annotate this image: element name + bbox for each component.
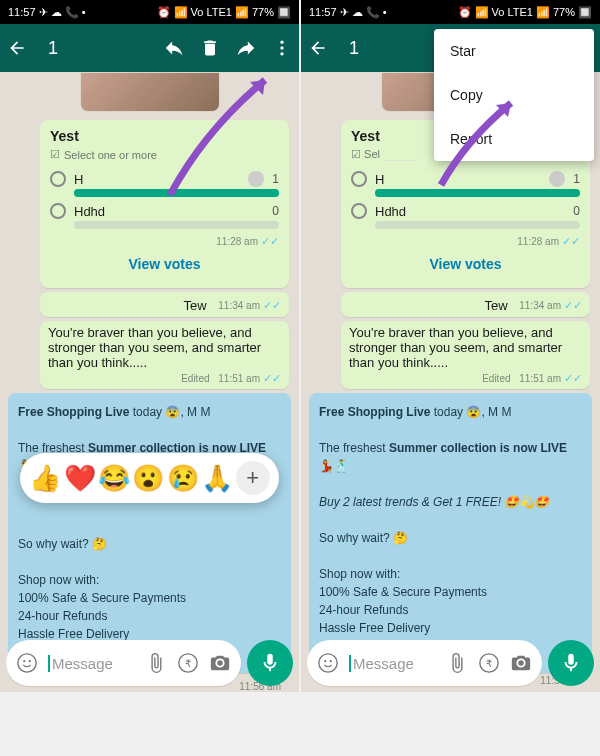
context-menu: Star Copy Report (434, 29, 594, 161)
message[interactable]: You're braver than you believe, and stro… (341, 321, 590, 389)
message[interactable]: Tew 11:34 am✓✓ (40, 292, 289, 317)
attach-icon[interactable] (145, 652, 167, 674)
status-bar: 11:57 ✈ ☁ 📞 • ⏰ 📶 Vo LTE1📶 77% 🔲 (0, 0, 299, 24)
more-icon[interactable] (271, 37, 293, 59)
svg-point-9 (324, 660, 326, 662)
radio-icon[interactable] (50, 171, 66, 187)
image-message[interactable] (80, 72, 220, 112)
svg-text:₹: ₹ (486, 658, 492, 669)
svg-point-2 (280, 52, 283, 55)
svg-point-4 (23, 660, 25, 662)
emoji-more[interactable]: + (236, 461, 270, 495)
reply-icon[interactable] (163, 37, 185, 59)
rupee-icon[interactable]: ₹ (478, 652, 500, 674)
menu-copy[interactable]: Copy (434, 73, 594, 117)
view-votes-button[interactable]: View votes (50, 248, 279, 280)
message[interactable]: Tew 11:34 am✓✓ (341, 292, 590, 317)
selection-action-bar: 1 (0, 24, 299, 72)
poll-bar (74, 189, 279, 197)
emoji-wow[interactable]: 😮 (132, 463, 164, 494)
delete-icon[interactable] (199, 37, 221, 59)
attach-icon[interactable] (446, 652, 468, 674)
message[interactable]: You're braver than you believe, and stro… (40, 321, 289, 389)
avatar (248, 171, 264, 187)
emoji-heart[interactable]: ❤️ (64, 463, 96, 494)
svg-point-3 (18, 654, 36, 672)
emoji-thumbsup[interactable]: 👍 (29, 463, 61, 494)
svg-point-1 (280, 46, 283, 49)
back-icon[interactable] (307, 37, 329, 59)
radio-icon[interactable] (50, 203, 66, 219)
poll-option[interactable]: H 1 (50, 171, 279, 187)
forward-icon[interactable] (235, 37, 257, 59)
selected-message[interactable]: Free Shopping Live today 😨, M M The fres… (309, 393, 592, 673)
clock: 11:57 (8, 6, 36, 18)
svg-point-0 (280, 41, 283, 44)
emoji-icon[interactable] (16, 652, 38, 674)
selection-count: 1 (48, 38, 149, 59)
reaction-bar: 👍 ❤️ 😂 😮 😢 🙏 + (20, 453, 279, 503)
poll-message[interactable]: Yest ☑ Select one or more H 1 Hdhd 0 11:… (40, 120, 289, 288)
input-bar: Message ₹ (6, 640, 293, 686)
message-input[interactable]: Message (48, 655, 135, 672)
poll-bar (74, 221, 279, 229)
rupee-icon[interactable]: ₹ (177, 652, 199, 674)
status-bar: 11:57✈ ☁ 📞 • ⏰ 📶 Vo LTE1📶77%🔲 (301, 0, 600, 24)
camera-icon[interactable] (510, 652, 532, 674)
svg-point-8 (319, 654, 337, 672)
emoji-laugh[interactable]: 😂 (98, 463, 130, 494)
emoji-sad[interactable]: 😢 (167, 463, 199, 494)
message-input[interactable]: Message (349, 655, 436, 672)
emoji-icon[interactable] (317, 652, 339, 674)
menu-star[interactable]: Star (434, 29, 594, 73)
emoji-pray[interactable]: 🙏 (201, 463, 233, 494)
svg-text:₹: ₹ (185, 658, 191, 669)
poll-title: Yest (50, 128, 279, 144)
selected-message[interactable]: Free Shopping Live today 😨, M M The fres… (8, 393, 291, 673)
mic-button[interactable] (247, 640, 293, 686)
camera-icon[interactable] (209, 652, 231, 674)
svg-point-10 (330, 660, 332, 662)
poll-subtitle: ☑ Select one or more (50, 148, 279, 161)
back-icon[interactable] (6, 37, 28, 59)
poll-option[interactable]: Hdhd 0 (50, 203, 279, 219)
battery: 77% (252, 6, 274, 18)
mic-button[interactable] (548, 640, 594, 686)
menu-report[interactable]: Report (434, 117, 594, 161)
svg-point-5 (29, 660, 31, 662)
input-bar: Message ₹ (307, 640, 594, 686)
